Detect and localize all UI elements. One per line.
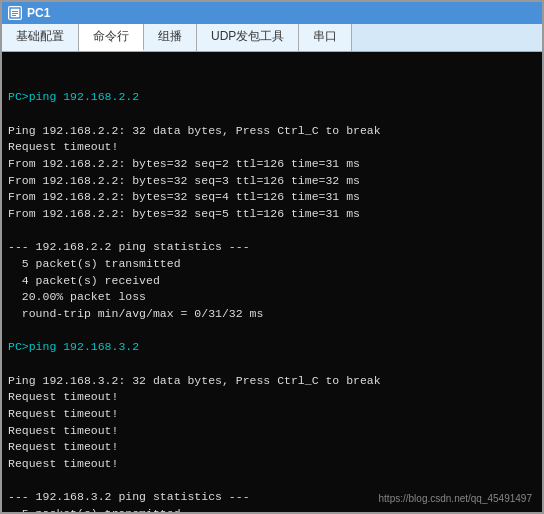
terminal-line: --- 192.168.2.2 ping statistics --- bbox=[8, 239, 536, 256]
terminal-line: 20.00% packet loss bbox=[8, 289, 536, 306]
terminal-line: PC>ping 192.168.2.2 bbox=[8, 89, 536, 106]
terminal-line bbox=[8, 223, 536, 240]
svg-rect-2 bbox=[12, 13, 18, 14]
tab-cmd[interactable]: 命令行 bbox=[79, 24, 144, 51]
terminal-output[interactable]: PC>ping 192.168.2.2 Ping 192.168.2.2: 32… bbox=[2, 52, 542, 512]
window-title: PC1 bbox=[27, 6, 50, 20]
window: PC1 基础配置 命令行 组播 UDP发包工具 串口 PC>ping 192.1… bbox=[0, 0, 544, 514]
terminal-line bbox=[8, 106, 536, 123]
tab-basics[interactable]: 基础配置 bbox=[2, 24, 79, 51]
terminal-line: From 192.168.2.2: bytes=32 seq=3 ttl=126… bbox=[8, 173, 536, 190]
window-icon bbox=[8, 6, 22, 20]
watermark: https://blog.csdn.net/qq_45491497 bbox=[379, 492, 532, 507]
title-bar: PC1 bbox=[2, 2, 542, 24]
terminal-line: round-trip min/avg/max = 0/31/32 ms bbox=[8, 306, 536, 323]
svg-rect-3 bbox=[12, 15, 16, 16]
terminal-line: Request timeout! bbox=[8, 423, 536, 440]
terminal-line: Request timeout! bbox=[8, 139, 536, 156]
terminal-line bbox=[8, 473, 536, 490]
tab-udp[interactable]: UDP发包工具 bbox=[197, 24, 299, 51]
terminal-line: PC>ping 192.168.3.2 bbox=[8, 339, 536, 356]
terminal-line: Request timeout! bbox=[8, 439, 536, 456]
tab-multicast[interactable]: 组播 bbox=[144, 24, 197, 51]
terminal-line: Ping 192.168.2.2: 32 data bytes, Press C… bbox=[8, 123, 536, 140]
terminal-line: Ping 192.168.3.2: 32 data bytes, Press C… bbox=[8, 373, 536, 390]
terminal-line: From 192.168.2.2: bytes=32 seq=5 ttl=126… bbox=[8, 206, 536, 223]
terminal-line: Request timeout! bbox=[8, 389, 536, 406]
terminal-line: Request timeout! bbox=[8, 456, 536, 473]
terminal-line: From 192.168.2.2: bytes=32 seq=2 ttl=126… bbox=[8, 156, 536, 173]
terminal-line: From 192.168.2.2: bytes=32 seq=4 ttl=126… bbox=[8, 189, 536, 206]
terminal-line: Request timeout! bbox=[8, 406, 536, 423]
terminal-line: 5 packet(s) transmitted bbox=[8, 256, 536, 273]
tab-serial[interactable]: 串口 bbox=[299, 24, 352, 51]
terminal-line: 5 packet(s) transmitted bbox=[8, 506, 536, 512]
tab-bar: 基础配置 命令行 组播 UDP发包工具 串口 bbox=[2, 24, 542, 52]
terminal-line bbox=[8, 356, 536, 373]
svg-rect-1 bbox=[12, 11, 18, 12]
terminal-line bbox=[8, 323, 536, 340]
terminal-line: 4 packet(s) received bbox=[8, 273, 536, 290]
